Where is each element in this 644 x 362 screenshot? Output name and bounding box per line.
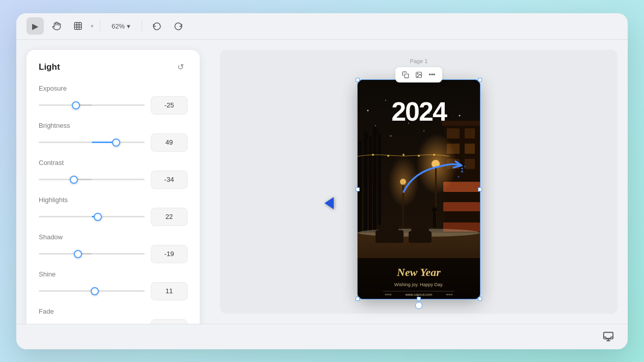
svg-rect-49 (411, 226, 429, 233)
cursor-annotation (325, 197, 334, 209)
svg-rect-21 (465, 159, 475, 169)
contrast-row: -34 (39, 171, 187, 189)
svg-text:«««: ««« (385, 292, 392, 297)
svg-text:Wishing joy. Happy Day.: Wishing joy. Happy Day. (394, 282, 444, 287)
panel-title: Light (39, 62, 60, 72)
undo-button[interactable] (148, 17, 166, 35)
handle-top-right[interactable] (478, 78, 482, 82)
shadow-section: Shadow -19 (39, 233, 187, 263)
shadow-slider[interactable] (39, 249, 145, 259)
svg-rect-1 (405, 74, 409, 78)
contrast-label: Contrast (39, 159, 187, 166)
highlights-section: Highlights 22 (39, 196, 187, 226)
highlights-row: 22 (39, 208, 187, 226)
svg-rect-26 (403, 182, 404, 233)
svg-point-28 (372, 154, 374, 156)
svg-text:www.capcut.com: www.capcut.com (405, 293, 433, 297)
highlights-value[interactable]: 22 (151, 208, 187, 226)
page-more-button[interactable]: ••• (426, 69, 438, 81)
shadow-row: -19 (39, 245, 187, 263)
page-crop-button[interactable] (399, 69, 412, 81)
highlights-slider[interactable] (39, 212, 145, 222)
toolbar: ▶ ▾ 62% ▾ (16, 13, 628, 40)
frame-tool-button[interactable] (69, 17, 87, 35)
zoom-control[interactable]: 62% ▾ (106, 17, 136, 35)
shine-value[interactable]: 11 (151, 282, 187, 300)
svg-text:2024: 2024 (391, 97, 447, 126)
shine-row: 11 (39, 282, 187, 300)
brightness-section: Brightness 49 (39, 122, 187, 152)
svg-point-27 (400, 179, 406, 185)
svg-point-3 (417, 73, 418, 74)
handle-bottom-left[interactable] (356, 297, 360, 301)
svg-rect-16 (447, 128, 460, 138)
svg-rect-9 (373, 126, 377, 233)
svg-point-43 (423, 130, 424, 131)
page-image-button[interactable] (413, 69, 425, 81)
select-tool-button[interactable]: ▶ (26, 17, 44, 35)
bottom-bar (16, 324, 628, 349)
svg-rect-14 (443, 202, 480, 211)
shine-section: Shine 11 (39, 270, 187, 300)
fade-section: Fade 0 (39, 308, 187, 324)
toolbar-divider-1 (100, 21, 100, 31)
zoom-value: 62% (112, 22, 125, 30)
shadow-value[interactable]: -19 (151, 245, 187, 263)
handle-bottom-right[interactable] (478, 297, 482, 301)
card-container: 2024 New Year Wishing joy. Happy Day. ««… (358, 80, 480, 299)
tray-button[interactable] (599, 327, 618, 346)
main-content: Light ↺ Exposure -25 (16, 40, 628, 324)
exposure-slider[interactable] (39, 100, 145, 110)
brightness-value[interactable]: 49 (151, 133, 187, 152)
fade-value[interactable]: 0 (151, 319, 187, 324)
svg-point-32 (433, 154, 435, 156)
shine-slider[interactable] (39, 286, 145, 296)
brightness-label: Brightness (39, 122, 187, 129)
brightness-slider[interactable] (39, 137, 145, 148)
exposure-value[interactable]: -25 (151, 96, 187, 115)
svg-point-41 (390, 135, 392, 136)
rotate-handle[interactable] (415, 302, 422, 309)
svg-rect-8 (369, 136, 372, 233)
svg-point-51 (432, 207, 437, 212)
svg-rect-47 (378, 225, 398, 233)
contrast-value[interactable]: -34 (151, 171, 187, 189)
svg-text:»»»: »»» (446, 292, 453, 297)
svg-rect-65 (604, 332, 613, 339)
svg-point-34 (385, 100, 386, 101)
page-label: Page 1 (410, 58, 428, 64)
svg-point-33 (367, 109, 369, 111)
light-adjustments-panel: Light ↺ Exposure -25 (26, 50, 200, 324)
canvas-wrapper: Page 1 ••• (220, 50, 618, 314)
svg-point-39 (459, 115, 461, 116)
left-panel: Light ↺ Exposure -25 (16, 40, 210, 324)
svg-point-25 (432, 160, 440, 168)
handle-middle-left[interactable] (356, 187, 360, 191)
exposure-row: -25 (39, 96, 187, 115)
svg-rect-19 (465, 144, 475, 154)
fade-slider[interactable] (39, 323, 145, 324)
brightness-row: 49 (39, 133, 187, 152)
handle-middle-right[interactable] (478, 187, 482, 191)
shine-label: Shine (39, 270, 187, 278)
frame-dropdown-arrow: ▾ (91, 23, 94, 30)
handle-bottom-middle[interactable] (417, 297, 421, 301)
reset-button[interactable]: ↺ (173, 60, 187, 74)
svg-rect-6 (358, 141, 362, 233)
svg-rect-10 (378, 133, 381, 233)
shadow-label: Shadow (39, 233, 187, 241)
card-image[interactable]: 2024 New Year Wishing joy. Happy Day. ««… (358, 80, 480, 299)
svg-point-31 (418, 155, 420, 157)
contrast-slider[interactable] (39, 175, 145, 185)
fade-row: 0 (39, 319, 187, 324)
svg-rect-12 (442, 121, 480, 126)
highlights-label: Highlights (39, 196, 187, 204)
hand-tool-button[interactable] (48, 17, 65, 35)
redo-button[interactable] (170, 17, 187, 35)
exposure-label: Exposure (39, 85, 187, 92)
svg-text:New Year: New Year (396, 266, 441, 279)
handle-top-left[interactable] (356, 78, 360, 82)
panel-header: Light ↺ (39, 60, 187, 74)
svg-point-40 (375, 125, 376, 126)
svg-point-29 (387, 155, 389, 157)
